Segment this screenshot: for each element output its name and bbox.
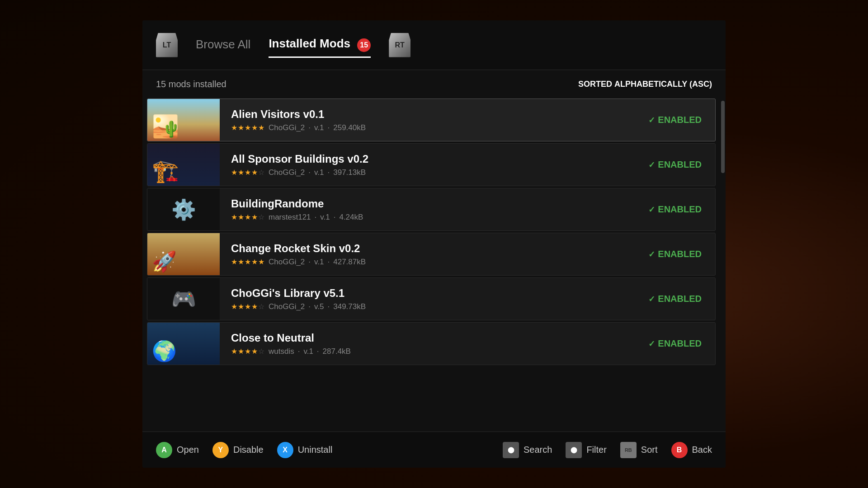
mod-stars: ★★★★☆ bbox=[231, 347, 265, 356]
mod-status: ✓ ENABLED bbox=[648, 338, 715, 349]
main-window: LT Browse All Installed Mods 15 RT 15 mo… bbox=[142, 20, 726, 468]
search-button-icon: ⬤ bbox=[503, 442, 519, 458]
mod-info: All Sponsor Buildings v0.2 ★★★★☆ ChoGGi_… bbox=[220, 153, 648, 177]
mod-author: ChoGGi_2 bbox=[269, 302, 305, 311]
status-label: ENABLED bbox=[658, 204, 702, 215]
mod-stars: ★★★★☆ bbox=[231, 213, 265, 221]
lt-bumper[interactable]: LT bbox=[156, 33, 178, 57]
mod-size: 397.13kB bbox=[333, 168, 366, 177]
mod-thumbnail bbox=[147, 99, 220, 141]
mod-author: ChoGGi_2 bbox=[269, 123, 305, 132]
x-button-icon: X bbox=[277, 442, 293, 458]
sort-info-bar: 15 mods installed SORTED ALPHABETICALLY … bbox=[142, 70, 726, 99]
mod-stars: ★★★★☆ bbox=[231, 168, 265, 177]
uninstall-button[interactable]: X Uninstall bbox=[277, 442, 333, 458]
check-icon: ✓ bbox=[648, 160, 655, 170]
mod-version: v.5 bbox=[314, 302, 324, 311]
mod-thumbnail bbox=[147, 322, 220, 365]
mod-author: wutsdis bbox=[269, 347, 294, 356]
mod-list-item[interactable]: All Sponsor Buildings v0.2 ★★★★☆ ChoGGi_… bbox=[147, 143, 716, 186]
mod-name: Close to Neutral bbox=[231, 332, 637, 344]
mod-stars: ★★★★★ bbox=[231, 258, 265, 266]
mod-meta: ★★★★☆ wutsdis · v.1 · 287.4kB bbox=[231, 347, 637, 356]
mod-thumbnail bbox=[147, 233, 220, 276]
mod-list-container: Alien Visitors v0.1 ★★★★★ ChoGGi_2 · v.1… bbox=[142, 99, 726, 432]
rb-button-icon: RB bbox=[620, 442, 637, 458]
mod-author: ChoGGi_2 bbox=[269, 168, 305, 177]
mod-stars: ★★★★★ bbox=[231, 123, 265, 132]
mod-version: v.1 bbox=[314, 123, 324, 132]
status-label: ENABLED bbox=[658, 338, 702, 349]
mod-list: Alien Visitors v0.1 ★★★★★ ChoGGi_2 · v.1… bbox=[142, 99, 720, 367]
mod-status: ✓ ENABLED bbox=[648, 204, 715, 215]
mod-author: ChoGGi_2 bbox=[269, 258, 305, 267]
mod-status: ✓ ENABLED bbox=[648, 294, 715, 304]
back-label: Back bbox=[692, 445, 712, 455]
mod-author: marstest121 bbox=[269, 213, 311, 222]
mod-meta: ★★★★☆ ChoGGi_2 · v.1 · 397.13kB bbox=[231, 168, 637, 177]
mod-version: v.1 bbox=[314, 258, 324, 267]
footer-bar: A Open Y Disable X Uninstall ⬤ Search ⬤ … bbox=[142, 432, 726, 468]
b-button-icon: B bbox=[671, 442, 688, 458]
mod-version: v.1 bbox=[303, 347, 313, 356]
tab-installed-mods[interactable]: Installed Mods 15 bbox=[269, 32, 371, 58]
sort-label-btn: Sort bbox=[641, 445, 658, 455]
mod-name: Alien Visitors v0.1 bbox=[231, 108, 637, 121]
footer-right-actions: ⬤ Search ⬤ Filter RB Sort B Back bbox=[503, 442, 712, 458]
mod-meta: ★★★★☆ marstest121 · v.1 · 4.24kB bbox=[231, 213, 637, 222]
mod-name: All Sponsor Buildings v0.2 bbox=[231, 153, 637, 165]
back-button[interactable]: B Back bbox=[671, 442, 712, 458]
disable-button[interactable]: Y Disable bbox=[212, 442, 264, 458]
mod-meta: ★★★★★ ChoGGi_2 · v.1 · 259.40kB bbox=[231, 123, 637, 132]
filter-label: Filter bbox=[586, 445, 606, 455]
filter-button-icon: ⬤ bbox=[566, 442, 582, 458]
scrollbar-track[interactable] bbox=[720, 99, 726, 432]
mod-size: 349.73kB bbox=[333, 302, 366, 311]
mod-name: Change Rocket Skin v0.2 bbox=[231, 242, 637, 255]
mod-list-item[interactable]: Change Rocket Skin v0.2 ★★★★★ ChoGGi_2 ·… bbox=[147, 233, 716, 276]
mod-size: 4.24kB bbox=[339, 213, 363, 222]
mod-meta: ★★★★★ ChoGGi_2 · v.1 · 427.87kB bbox=[231, 258, 637, 267]
disable-label: Disable bbox=[233, 445, 264, 455]
sort-label: SORTED ALPHABETICALLY (ASC) bbox=[578, 80, 712, 89]
mod-status: ✓ ENABLED bbox=[648, 160, 715, 170]
mod-thumbnail bbox=[147, 277, 220, 320]
mod-size: 287.4kB bbox=[323, 347, 351, 356]
check-icon: ✓ bbox=[648, 115, 655, 125]
check-icon: ✓ bbox=[648, 294, 655, 304]
status-label: ENABLED bbox=[658, 115, 702, 125]
mod-size: 427.87kB bbox=[333, 258, 366, 267]
mod-list-item[interactable]: Alien Visitors v0.1 ★★★★★ ChoGGi_2 · v.1… bbox=[147, 99, 716, 141]
installed-count-label: 15 mods installed bbox=[156, 79, 226, 89]
open-label: Open bbox=[177, 445, 199, 455]
mod-info: ChoGGi's Library v5.1 ★★★★☆ ChoGGi_2 · v… bbox=[220, 287, 648, 311]
mod-thumbnail bbox=[147, 143, 220, 186]
search-button[interactable]: ⬤ Search bbox=[503, 442, 552, 458]
status-label: ENABLED bbox=[658, 294, 702, 304]
mod-version: v.1 bbox=[320, 213, 330, 222]
mod-list-item[interactable]: Close to Neutral ★★★★☆ wutsdis · v.1 · 2… bbox=[147, 322, 716, 365]
y-button-icon: Y bbox=[212, 442, 229, 458]
mod-meta: ★★★★☆ ChoGGi_2 · v.5 · 349.73kB bbox=[231, 302, 637, 311]
mod-info: Change Rocket Skin v0.2 ★★★★★ ChoGGi_2 ·… bbox=[220, 242, 648, 267]
filter-button[interactable]: ⬤ Filter bbox=[566, 442, 606, 458]
scrollbar-thumb bbox=[721, 101, 725, 173]
mod-info: Close to Neutral ★★★★☆ wutsdis · v.1 · 2… bbox=[220, 332, 648, 356]
mod-stars: ★★★★☆ bbox=[231, 302, 265, 311]
sort-button[interactable]: RB Sort bbox=[620, 442, 658, 458]
mod-version: v.1 bbox=[314, 168, 324, 177]
check-icon: ✓ bbox=[648, 205, 655, 215]
uninstall-label: Uninstall bbox=[298, 445, 333, 455]
tab-browse-all[interactable]: Browse All bbox=[196, 33, 250, 57]
mod-list-item[interactable]: ChoGGi's Library v5.1 ★★★★☆ ChoGGi_2 · v… bbox=[147, 277, 716, 320]
mod-list-scroll: Alien Visitors v0.1 ★★★★★ ChoGGi_2 · v.1… bbox=[142, 99, 720, 432]
mod-status: ✓ ENABLED bbox=[648, 249, 715, 259]
status-label: ENABLED bbox=[658, 160, 702, 170]
mod-info: BuildingRandome ★★★★☆ marstest121 · v.1 … bbox=[220, 197, 648, 222]
open-button[interactable]: A Open bbox=[156, 442, 199, 458]
check-icon: ✓ bbox=[648, 249, 655, 259]
tab-bar: LT Browse All Installed Mods 15 RT bbox=[142, 20, 726, 70]
mod-list-item[interactable]: BuildingRandome ★★★★☆ marstest121 · v.1 … bbox=[147, 188, 716, 231]
search-label: Search bbox=[524, 445, 552, 455]
rt-bumper[interactable]: RT bbox=[389, 33, 410, 57]
